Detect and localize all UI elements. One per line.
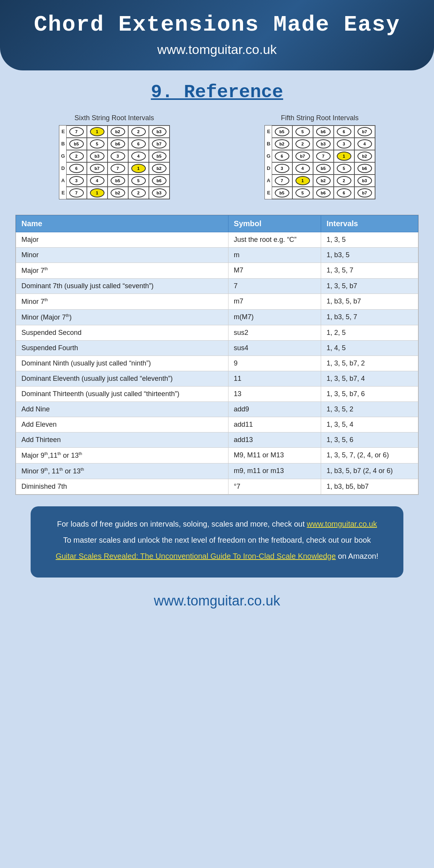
table-header-row: Name Symbol Intervals xyxy=(16,215,418,232)
note-oval: b5 xyxy=(275,188,289,197)
fret-cell: 6 xyxy=(272,150,292,162)
note-oval: 5 xyxy=(131,176,146,185)
table-cell-name: Dominant 7th (usually just called “seven… xyxy=(16,278,228,294)
fret-cell: 6 xyxy=(334,187,354,199)
table-row: Dominant Eleventh (usually just called “… xyxy=(16,371,418,386)
fret-cell: b5 xyxy=(313,162,334,175)
fret-cell: b7 xyxy=(87,162,108,175)
fret-row: D 6 b7 7 1 b2 xyxy=(59,162,170,175)
note-oval: b3 xyxy=(90,152,104,161)
note-oval: 2 xyxy=(69,152,84,161)
fret-cell: b3 xyxy=(149,187,170,199)
header-title: Chord Extensions Made Easy xyxy=(23,11,411,38)
table-cell-symbol: m7 xyxy=(228,294,321,309)
table-row: Minor (Major 7th) m(M7) 1, b3, 5, 7 xyxy=(16,309,418,325)
footer-book: Guitar Scales Revealed: The Unconvention… xyxy=(46,550,388,562)
note-oval: 6 xyxy=(131,139,146,148)
table-cell-name: Add Thirteen xyxy=(16,432,228,447)
table-cell-intervals: 1, 3, 5, 7, (2, 4, or 6) xyxy=(321,447,418,463)
note-oval: b2 xyxy=(111,188,125,197)
fret-cell: 4 xyxy=(128,150,149,162)
string-label: E xyxy=(265,129,272,134)
fret-row: B b2 2 b3 3 4 xyxy=(265,138,375,150)
note-oval: b5 xyxy=(69,139,84,148)
table-cell-symbol: add9 xyxy=(228,401,321,417)
note-oval: b5 xyxy=(275,127,289,136)
table-cell-symbol: m(M7) xyxy=(228,309,321,325)
footer-book-title: Guitar Scales Revealed: The Unconvention… xyxy=(55,552,336,560)
note-oval: 5 xyxy=(295,127,310,136)
table-cell-symbol: °7 xyxy=(228,479,321,494)
table-cell-intervals: 1, 3, 5, 4 xyxy=(321,417,418,432)
table-cell-intervals: 1, b3, 5 xyxy=(321,247,418,263)
fret-row: E b5 5 b6 6 b7 xyxy=(265,126,375,138)
table-cell-symbol: 7 xyxy=(228,278,321,294)
table-cell-intervals: 1, 3, 5, b7 xyxy=(321,278,418,294)
sixth-string-diagram: Sixth String Root Intervals E 7 1 b2 2 b… xyxy=(59,114,170,199)
table-cell-symbol: Just the root e.g. “C” xyxy=(228,232,321,247)
footer-url-link[interactable]: www.tomguitar.co.uk xyxy=(307,520,377,528)
note-oval: 2 xyxy=(337,176,351,185)
table-cell-name: Add Eleven xyxy=(16,417,228,432)
table-cell-name: Minor xyxy=(16,247,228,263)
note-oval: 4 xyxy=(357,139,372,148)
table-cell-intervals: 1, 3, 5, 2 xyxy=(321,401,418,417)
fret-cell: 6 xyxy=(334,126,354,138)
table-cell-name: Major 9th,11th or 13th xyxy=(16,447,228,463)
table-cell-name: Dominant Eleventh (usually just called “… xyxy=(16,371,228,386)
note-oval: 5 xyxy=(90,139,104,148)
table-cell-name: Major xyxy=(16,232,228,247)
fret-cell: b6 xyxy=(313,126,334,138)
fret-cell: 1 xyxy=(334,150,354,162)
diagrams-container: Sixth String Root Intervals E 7 1 b2 2 b… xyxy=(0,110,434,203)
fret-cell: 4 xyxy=(87,175,108,187)
note-oval-root: 1 xyxy=(131,164,146,173)
note-oval: 6 xyxy=(337,127,351,136)
fret-cell: 2 xyxy=(334,175,354,187)
note-oval: 2 xyxy=(131,188,146,197)
note-oval: b6 xyxy=(152,176,166,185)
fifth-string-fretboard: E b5 5 b6 6 b7 B b2 2 b3 3 4 G 6 b7 7 xyxy=(264,125,375,199)
table-cell-intervals: 1, b3, 5, 7 xyxy=(321,309,418,325)
fret-cell: b7 xyxy=(354,187,375,199)
table-row: Dominant Thirteenth (usually just called… xyxy=(16,386,418,401)
fret-cell: 7 xyxy=(272,175,292,187)
table-cell-name: Add Nine xyxy=(16,401,228,417)
fret-cell: 1 xyxy=(87,126,108,138)
note-oval: b7 xyxy=(357,188,372,197)
fret-cell: 3 xyxy=(334,138,354,150)
string-label: G xyxy=(59,153,66,159)
fret-cell: 1 xyxy=(292,175,313,187)
table-row: Add Thirteen add13 1, 3, 5, 6 xyxy=(16,432,418,447)
fret-cell: 2 xyxy=(128,187,149,199)
footer-text-2: To master scales and unlock the next lev… xyxy=(63,536,371,544)
note-oval: 2 xyxy=(295,139,310,148)
string-label: A xyxy=(265,178,272,183)
string-label: D xyxy=(265,165,272,171)
fret-cell: b2 xyxy=(108,126,128,138)
note-oval: 7 xyxy=(69,127,84,136)
note-oval: 7 xyxy=(111,164,125,173)
note-oval: b7 xyxy=(295,152,310,161)
note-oval: b2 xyxy=(275,139,289,148)
table-row: Dominant 7th (usually just called “seven… xyxy=(16,278,418,294)
section-heading: 9. Reference xyxy=(0,82,434,103)
fret-cell: b7 xyxy=(292,150,313,162)
fifth-string-diagram: Fifth String Root Intervals E b5 5 b6 6 … xyxy=(264,114,375,199)
footer-text-1: For loads of free guides on intervals, s… xyxy=(57,520,307,528)
note-oval: b2 xyxy=(357,152,372,161)
fret-cell: b2 xyxy=(149,162,170,175)
table-cell-name: Dominant Ninth (usually just called “nin… xyxy=(16,356,228,371)
fret-cell: b6 xyxy=(108,138,128,150)
table-cell-name: Dominant Thirteenth (usually just called… xyxy=(16,386,228,401)
table-cell-name: Diminished 7th xyxy=(16,479,228,494)
footer-line2: To master scales and unlock the next lev… xyxy=(46,534,388,546)
fret-cell: 5 xyxy=(292,187,313,199)
note-oval-root: 1 xyxy=(90,188,104,197)
fret-cell: b6 xyxy=(149,175,170,187)
table-cell-intervals: 1, 3, 5, b7, 2 xyxy=(321,356,418,371)
footer-box: For loads of free guides on intervals, s… xyxy=(31,506,403,578)
note-oval-root: 1 xyxy=(295,176,310,185)
table-row: Add Eleven add11 1, 3, 5, 4 xyxy=(16,417,418,432)
table-cell-symbol: 11 xyxy=(228,371,321,386)
